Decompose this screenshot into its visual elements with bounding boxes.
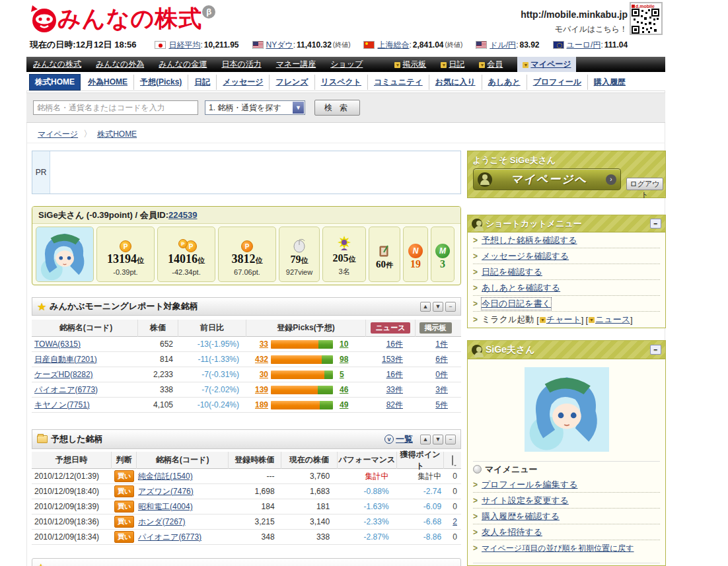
stock-link[interactable]: ホンダ(7267) xyxy=(138,517,186,526)
search-input[interactable] xyxy=(33,100,198,115)
collapse-button[interactable]: − xyxy=(445,435,456,444)
collapse-button[interactable]: − xyxy=(650,345,661,355)
breadcrumb-current[interactable]: 株式HOME xyxy=(97,129,137,140)
shortcut-check-predictions[interactable]: 予想した銘柄を確認する xyxy=(482,234,577,246)
tab-purchase-history[interactable]: 購入履歴 xyxy=(588,75,632,90)
board-count-link[interactable]: 1件 xyxy=(435,339,448,349)
nav-shop[interactable]: ショップ xyxy=(330,59,363,70)
shortcut-check-messages[interactable]: メッセージを確認する xyxy=(482,250,569,262)
sell-picks-link[interactable]: 5 xyxy=(340,370,344,379)
collapse-button[interactable]: − xyxy=(445,302,456,312)
miracle-news-link[interactable]: ニュース xyxy=(595,314,630,326)
tab-picks[interactable]: 予想(Picks) xyxy=(134,75,188,90)
tab-message[interactable]: メッセージ xyxy=(217,75,270,90)
tab-friends[interactable]: フレンズ xyxy=(270,75,314,90)
board-count-link[interactable]: 3件 xyxy=(435,385,448,394)
move-down-button[interactable]: ▼ xyxy=(433,435,443,444)
news-count-link[interactable]: 33件 xyxy=(386,385,403,394)
eurjpy-link[interactable]: ユーロ/円 xyxy=(567,40,601,51)
tab-stock-home[interactable]: 株式HOME xyxy=(29,74,81,90)
buy-picks-link[interactable]: 30 xyxy=(260,370,268,379)
rate-eurjpy: ユーロ/円:111.04 xyxy=(553,40,628,51)
stock-link[interactable]: キヤノン(7751) xyxy=(34,400,90,409)
nav-stocks[interactable]: みんなの株式 xyxy=(33,59,81,70)
board-badge[interactable]: 掲示板 xyxy=(419,322,452,334)
mobile-info: http://mobile.minkabu.jp モバイルはこちら！ xyxy=(521,9,628,35)
stock-link[interactable]: 純金信託(1540) xyxy=(138,472,193,481)
nav-fx[interactable]: みんなの外為 xyxy=(96,59,144,70)
member-id-link[interactable]: 224539 xyxy=(168,210,197,220)
news-count-link[interactable]: 153件 xyxy=(382,355,403,364)
tab-community[interactable]: コミュニティ xyxy=(368,75,429,90)
site-logo[interactable]: みんなの株式 β xyxy=(30,4,215,34)
datetime-cell: 2010/12/09(18:34) xyxy=(32,532,112,542)
shortcut-check-diary[interactable]: 日記を確認する xyxy=(482,266,542,278)
collapse-button[interactable]: − xyxy=(650,219,661,229)
nav-diary[interactable]: ▼日記 xyxy=(441,59,464,70)
tab-profile[interactable]: プロフィール xyxy=(527,75,588,90)
breadcrumb-mypage[interactable]: マイページ xyxy=(38,129,78,140)
nav-board[interactable]: ▼掲示板 xyxy=(394,59,426,70)
news-count-link[interactable]: 16件 xyxy=(386,370,403,379)
search-category-select[interactable]: 1. 銘柄・通貨を探す ▼ xyxy=(205,100,305,115)
sell-picks-link[interactable]: 49 xyxy=(340,400,348,409)
sell-picks-link[interactable]: 98 xyxy=(340,355,348,364)
stock-link[interactable]: 日産自動車(7201) xyxy=(34,355,97,364)
nydow-link[interactable]: NYダウ xyxy=(266,40,293,51)
board-count-link[interactable]: 6件 xyxy=(435,355,448,364)
invite-friends-link[interactable]: 友人を招待する xyxy=(482,526,542,538)
buy-picks-link[interactable]: 189 xyxy=(255,400,268,409)
news-count-link[interactable]: 82件 xyxy=(386,400,403,409)
my-menu-heading: マイメニュー xyxy=(473,461,660,477)
comment-count-link[interactable]: 2 xyxy=(453,517,457,526)
comment-count: 0 xyxy=(444,487,461,496)
nav-mypage[interactable]: ▼マイページ xyxy=(517,57,576,72)
list-link[interactable]: 一覧 xyxy=(396,433,413,445)
logout-button[interactable]: ログアウト xyxy=(626,178,663,190)
tab-diary[interactable]: 日記 xyxy=(188,75,217,90)
nikkei-link[interactable]: 日経平均 xyxy=(168,40,200,51)
index-nikkei: 日経平均:10,211.95 xyxy=(155,40,238,51)
news-badge[interactable]: ニュース xyxy=(371,322,411,334)
tab-footprints[interactable]: あしあと xyxy=(482,75,527,90)
shanghai-link[interactable]: 上海総合 xyxy=(377,40,409,51)
stock-link[interactable]: アズワン(7476) xyxy=(138,487,194,496)
move-up-button[interactable]: ▲ xyxy=(420,302,431,312)
tab-fx-home[interactable]: 外為HOME xyxy=(82,75,134,90)
buy-picks-link[interactable]: 432 xyxy=(255,355,268,364)
usdjpy-link[interactable]: ドル/円 xyxy=(490,40,516,51)
sell-picks-link[interactable]: 46 xyxy=(340,385,348,394)
site-settings-link[interactable]: サイト設定を変更する xyxy=(482,495,569,507)
search-button[interactable]: 検 索 xyxy=(314,100,360,116)
nav-member[interactable]: ▼会員 xyxy=(479,59,503,70)
mypage-button[interactable]: マイページへ › xyxy=(473,168,621,190)
board-count-link[interactable]: 0件 xyxy=(435,370,448,379)
nav-katsuryoku[interactable]: 日本の活力 xyxy=(221,59,261,70)
news-count-link[interactable]: 16件 xyxy=(386,339,403,349)
move-up-button[interactable]: ▲ xyxy=(420,435,431,444)
edit-profile-link[interactable]: プロフィールを編集する xyxy=(482,479,577,491)
buy-picks-link[interactable]: 33 xyxy=(260,339,268,349)
shortcut-check-footprints[interactable]: あしあとを確認する xyxy=(482,282,560,294)
board-count-link[interactable]: 5件 xyxy=(435,400,448,409)
main-nav: みんなの株式 みんなの外為 みんなの金運 日本の活力 マネー講座 ショップ ▼掲… xyxy=(26,57,665,72)
stock-link[interactable]: パイオニア(6773) xyxy=(138,532,201,542)
buy-picks-link[interactable]: 139 xyxy=(255,385,268,394)
avatar[interactable] xyxy=(36,227,94,282)
stock-link[interactable]: TOWA(6315) xyxy=(34,339,81,349)
nav-kinun[interactable]: みんなの金運 xyxy=(159,59,207,70)
reset-layout-link[interactable]: マイページ項目の並び順を初期位置に戻す xyxy=(482,543,634,554)
stock-link[interactable]: 昭和電工(4004) xyxy=(138,502,193,511)
list-v-icon: v xyxy=(384,435,394,444)
mobile-url: http://mobile.minkabu.jp xyxy=(521,9,628,20)
nav-money-course[interactable]: マネー講座 xyxy=(276,59,316,70)
sell-picks-link[interactable]: 10 xyxy=(340,339,348,349)
purchase-history-link[interactable]: 購入履歴を確認する xyxy=(482,511,560,522)
tab-favorites[interactable]: お気に入り xyxy=(429,75,482,90)
miracle-chart-link[interactable]: チャート xyxy=(546,314,581,326)
stock-link[interactable]: パイオニア(6773) xyxy=(34,385,98,394)
shortcut-write-diary[interactable]: 今日の日記を書く xyxy=(482,298,551,310)
stock-link[interactable]: ケーズHD(8282) xyxy=(34,370,93,379)
move-down-button[interactable]: ▼ xyxy=(433,302,443,312)
tab-respect[interactable]: リスペクト xyxy=(315,75,368,90)
